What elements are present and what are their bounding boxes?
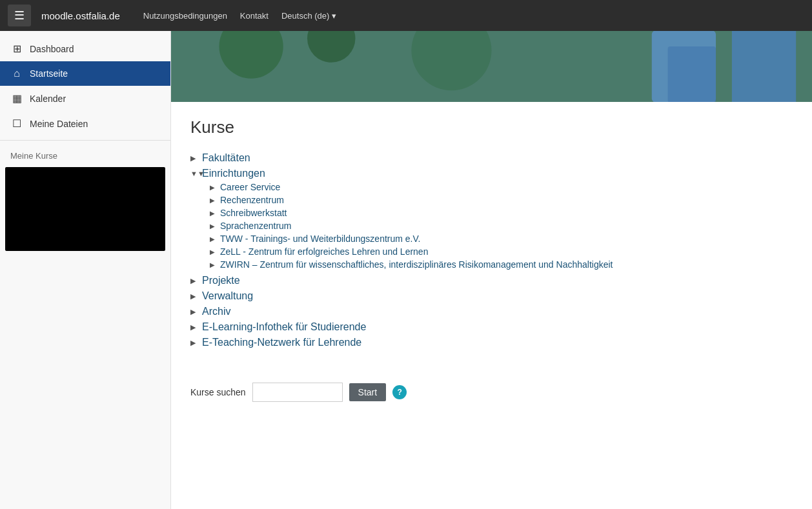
tree-item-top-fakultaeten[interactable]: ▶ Fakultäten	[190, 152, 793, 164]
list-item: ▶ Schreibwerkstatt	[210, 206, 793, 219]
link-rechenzentrum[interactable]: Rechenzentrum	[220, 195, 284, 205]
list-item: ▶ ZWIRN – Zentrum für wissenschaftliches…	[210, 258, 793, 271]
tree-item-top-einrichtungen[interactable]: ▼ Einrichtungen	[190, 168, 793, 179]
tree-item-elearning: ▶ E-Learning-Infothek für Studierende	[190, 319, 793, 335]
list-item: ▶ Rechenzentrum	[210, 194, 793, 206]
child-arrow-icon: ▶	[210, 210, 216, 217]
tree-item-top-projekte[interactable]: ▶ Projekte	[190, 275, 793, 286]
sidebar-item-kalender[interactable]: ▦ Kalender	[0, 86, 170, 111]
sidebar-item-meine-dateien[interactable]: ☐ Meine Dateien	[0, 111, 170, 136]
link-verwaltung[interactable]: Verwaltung	[202, 290, 253, 302]
arrow-icon-projekte: ▶	[190, 277, 198, 285]
sidebar-item-dashboard[interactable]: ⊞ Dashboard	[0, 36, 170, 61]
link-archiv[interactable]: Archiv	[202, 306, 230, 317]
tree-item-top-elearning[interactable]: ▶ E-Learning-Infothek für Studierende	[190, 321, 793, 333]
nav-nutzungsbedingungen[interactable]: Nutzungsbedingungen	[143, 11, 227, 21]
list-item: ▶ Career Service	[210, 181, 793, 194]
chevron-down-icon: ▾	[332, 11, 336, 21]
sidebar-divider	[0, 140, 170, 141]
list-item: ▶ TWW - Trainings- und Weiterbildungszen…	[210, 232, 793, 245]
tree-item-top-verwaltung[interactable]: ▶ Verwaltung	[190, 290, 793, 302]
nav-kontakt[interactable]: Kontakt	[240, 11, 269, 21]
link-fakultaeten[interactable]: Fakultäten	[202, 152, 250, 164]
link-eteaching[interactable]: E-Teaching-Netzwerk für Lehrende	[202, 337, 361, 348]
search-input[interactable]	[252, 383, 343, 402]
navbar-links: Nutzungsbedingungen Kontakt Deutsch (de)…	[143, 11, 804, 21]
main-content: Kurse ▶ Fakultäten ▼ Einrichtungen	[171, 31, 812, 509]
link-schreibwerkstatt[interactable]: Schreibwerkstatt	[220, 208, 287, 218]
tree-item-projekte: ▶ Projekte	[190, 273, 793, 288]
language-label: Deutsch (de)	[281, 11, 329, 21]
sidebar-item-startseite[interactable]: ⌂ Startseite	[0, 61, 170, 86]
search-section: Kurse suchen Start ?	[190, 370, 793, 402]
link-einrichtungen[interactable]: Einrichtungen	[202, 168, 265, 179]
arrow-icon-eteaching: ▶	[190, 339, 198, 347]
einrichtungen-children: ▶ Career Service ▶ Rechenzentrum ▶ Schre…	[190, 181, 793, 271]
child-arrow-icon: ▶	[210, 248, 216, 255]
arrow-icon-elearning: ▶	[190, 323, 198, 332]
sidebar-item-label-kalender: Kalender	[30, 94, 66, 104]
child-arrow-icon: ▶	[210, 223, 216, 230]
sidebar: ⊞ Dashboard ⌂ Startseite ▦ Kalender ☐ Me…	[0, 31, 171, 509]
site-brand: moodle.ostfalia.de	[41, 10, 120, 21]
child-arrow-icon: ▶	[210, 197, 216, 204]
hamburger-button[interactable]: ☰	[8, 5, 31, 26]
link-zwirn[interactable]: ZWIRN – Zentrum für wissenschaftliches, …	[220, 259, 613, 270]
link-projekte[interactable]: Projekte	[202, 275, 240, 286]
sidebar-item-label-dashboard: Dashboard	[30, 44, 74, 54]
sidebar-nav: ⊞ Dashboard ⌂ Startseite ▦ Kalender ☐ Me…	[0, 31, 170, 259]
home-icon: ⌂	[10, 68, 23, 79]
meine-kurse-label: Meine Kurse	[0, 145, 170, 165]
arrow-icon-archiv: ▶	[190, 308, 198, 316]
navbar: ☰ moodle.ostfalia.de Nutzungsbedingungen…	[0, 0, 812, 31]
tree-item-top-eteaching[interactable]: ▶ E-Teaching-Netzwerk für Lehrende	[190, 337, 793, 348]
sidebar-item-label-meine-dateien: Meine Dateien	[30, 119, 88, 129]
link-sprachenzentrum[interactable]: Sprachenzentrum	[220, 221, 292, 231]
arrow-icon-einrichtungen: ▼	[190, 170, 198, 177]
course-tree: ▶ Fakultäten ▼ Einrichtungen ▶ Career Se…	[190, 150, 793, 350]
child-arrow-icon: ▶	[210, 235, 216, 243]
search-label: Kurse suchen	[190, 387, 246, 397]
nav-language[interactable]: Deutsch (de) ▾	[281, 11, 336, 21]
page-layout: ⊞ Dashboard ⌂ Startseite ▦ Kalender ☐ Me…	[0, 31, 812, 509]
link-elearning[interactable]: E-Learning-Infothek für Studierende	[202, 321, 366, 333]
dashboard-icon: ⊞	[10, 43, 23, 55]
list-item: ▶ ZeLL - Zentrum für erfolgreiches Lehre…	[210, 245, 793, 258]
link-zell[interactable]: ZeLL - Zentrum für erfolgreiches Lehren …	[220, 246, 428, 257]
arrow-icon-verwaltung: ▶	[190, 292, 198, 301]
search-button[interactable]: Start	[349, 383, 387, 401]
tree-item-fakultaeten: ▶ Fakultäten	[190, 150, 793, 166]
help-icon[interactable]: ?	[392, 385, 407, 399]
tree-item-verwaltung: ▶ Verwaltung	[190, 288, 793, 304]
hero-image	[171, 31, 812, 102]
tree-item-einrichtungen: ▼ Einrichtungen ▶ Career Service ▶ Reche…	[190, 166, 793, 273]
list-item: ▶ Sprachenzentrum	[210, 219, 793, 232]
tree-item-archiv: ▶ Archiv	[190, 304, 793, 319]
file-icon: ☐	[10, 117, 23, 130]
tree-item-top-archiv[interactable]: ▶ Archiv	[190, 306, 793, 317]
arrow-icon-fakultaeten: ▶	[190, 154, 198, 163]
tree-item-eteaching: ▶ E-Teaching-Netzwerk für Lehrende	[190, 335, 793, 350]
content-area: Kurse ▶ Fakultäten ▼ Einrichtungen	[171, 102, 812, 417]
link-tww[interactable]: TWW - Trainings- und Weiterbildungszentr…	[220, 234, 420, 244]
link-career-service[interactable]: Career Service	[220, 182, 280, 192]
page-title: Kurse	[190, 117, 793, 137]
course-block	[5, 167, 165, 251]
sidebar-item-label-startseite: Startseite	[30, 68, 68, 79]
calendar-icon: ▦	[10, 92, 23, 105]
child-arrow-icon: ▶	[210, 184, 216, 191]
child-arrow-icon: ▶	[210, 261, 216, 268]
